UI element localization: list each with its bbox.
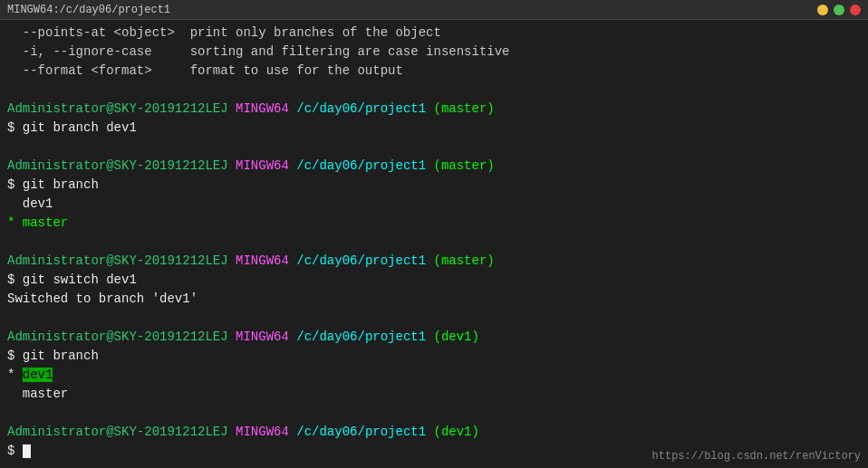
- cmd-2: $ git branch: [7, 176, 861, 195]
- output-4-1: * dev1: [7, 366, 861, 385]
- cmd-3: $ git switch dev1: [7, 271, 861, 290]
- watermark: https://blog.csdn.net/renVictory: [652, 450, 861, 463]
- blank-1: [7, 81, 861, 100]
- cmd-4: $ git branch: [7, 347, 861, 366]
- window-title: MINGW64:/c/day06/project1: [7, 4, 817, 16]
- help-line-1: --points-at <object> print only branches…: [7, 24, 861, 43]
- prompt-3: Administrator@SKY-20191212LEJ MINGW64 /c…: [7, 252, 861, 271]
- cursor: [23, 444, 31, 458]
- output-4-2: master: [7, 385, 861, 404]
- minimize-btn[interactable]: [817, 5, 828, 15]
- terminal-content: --points-at <object> print only branches…: [0, 20, 868, 464]
- blank-4: [7, 309, 861, 328]
- blank-2: [7, 138, 861, 157]
- output-2-1: dev1: [7, 195, 861, 214]
- blank-3: [7, 233, 861, 252]
- prompt-1: Administrator@SKY-20191212LEJ MINGW64 /c…: [7, 100, 861, 119]
- title-bar: MINGW64:/c/day06/project1: [0, 0, 868, 20]
- output-2-2: * master: [7, 214, 861, 233]
- close-btn[interactable]: [850, 5, 861, 15]
- prompt-4: Administrator@SKY-20191212LEJ MINGW64 /c…: [7, 328, 861, 347]
- prompt-5: Administrator@SKY-20191212LEJ MINGW64 /c…: [7, 423, 861, 442]
- maximize-btn[interactable]: [834, 5, 844, 15]
- window-controls: [817, 5, 861, 15]
- blank-5: [7, 404, 861, 423]
- terminal-window: MINGW64:/c/day06/project1 --points-at <o…: [0, 0, 868, 468]
- output-3-1: Switched to branch 'dev1': [7, 290, 861, 309]
- prompt-2: Administrator@SKY-20191212LEJ MINGW64 /c…: [7, 157, 861, 176]
- help-line-3: --format <format> format to use for the …: [7, 62, 861, 81]
- cmd-1: $ git branch dev1: [7, 119, 861, 138]
- help-line-2: -i, --ignore-case sorting and filtering …: [7, 43, 861, 62]
